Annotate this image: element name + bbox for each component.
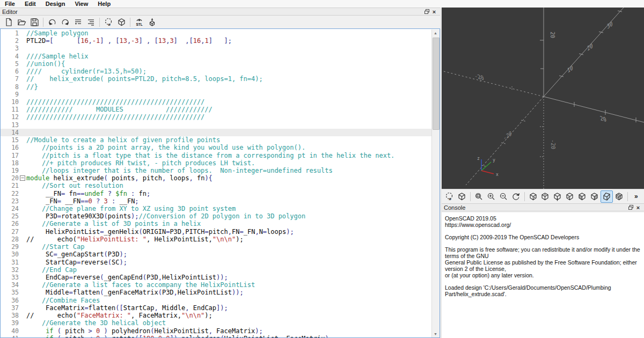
overflow-button[interactable]: » — [630, 190, 642, 203]
menu-item-edit[interactable]: Edit — [20, 1, 41, 7]
code-line[interactable]: 18 //+ pitch produces RH twist, - pitch … — [1, 159, 432, 167]
code-line[interactable]: 40 if ( pitch > 0 ) polyhedron(HelixPoin… — [1, 327, 432, 335]
code-line[interactable]: 25 P3D=rotate90X3D(points);//Conversion … — [1, 212, 432, 220]
code-line[interactable]: 22 __FN= fn==undef ? $fn : fn; — [1, 190, 432, 197]
code-line[interactable]: 33 EndCap=reverse(_genCapEnd(P3D,HelixPo… — [1, 274, 432, 281]
view-perspective-button[interactable] — [601, 190, 613, 203]
code-editor[interactable]: 1//Sample polygon2PTL2D=[ [16,-1] , [13,… — [0, 28, 440, 338]
close-icon: × — [433, 9, 436, 14]
view-front-button[interactable] — [576, 190, 588, 203]
export-stl-button[interactable]: STL — [133, 16, 145, 28]
code-line[interactable]: 20module helix_extrude( points, pitch, l… — [1, 174, 432, 182]
save-file-button[interactable] — [28, 16, 41, 28]
unindent-icon — [86, 18, 96, 27]
code-line[interactable]: 28// echo("HelixPointList: ", HelixPoint… — [1, 236, 432, 243]
print-3d-button[interactable] — [145, 16, 158, 28]
scrollbar-thumb[interactable] — [433, 38, 440, 130]
reset-view-button[interactable] — [510, 190, 522, 203]
code-line[interactable]: 31 StartCap=reverse(SC); — [1, 259, 432, 266]
code-line[interactable]: 30 SC=_genCapStart(P3D); — [1, 251, 432, 258]
code-line[interactable]: 3 — [1, 45, 432, 52]
code-line[interactable]: 9 — [1, 91, 432, 98]
scroll-up-icon[interactable]: ▲ — [432, 30, 439, 36]
code-line[interactable]: 4////Sample helix — [1, 53, 432, 60]
code-line[interactable]: 17 //pitch is a float type that is the d… — [1, 152, 432, 159]
code-line[interactable]: 21 //Sort out resolution — [1, 182, 432, 189]
fold-marker-icon[interactable] — [19, 174, 26, 182]
code-line[interactable]: 35 Middle=flatten(_genFaceMatrix(P3D,Hel… — [1, 289, 432, 296]
view-orthographic-button[interactable] — [613, 190, 625, 203]
view-front-icon — [577, 192, 587, 201]
viewport-3d[interactable]: 20 -20 10 20 30 -20 20 -20 z y x — [442, 8, 644, 189]
code-line[interactable]: 1//Sample polygon — [1, 30, 432, 37]
code-line[interactable]: 26 //Generate a list of 3D points in a h… — [1, 220, 432, 227]
open-file-button[interactable] — [15, 16, 28, 28]
code-area[interactable]: 1//Sample polygon2PTL2D=[ [16,-1] , [13,… — [1, 30, 432, 337]
view-perspective-icon — [602, 192, 611, 201]
fold-gutter — [19, 60, 26, 68]
code-line[interactable]: 32 //End Cap — [1, 266, 432, 274]
zoom-out-button[interactable] — [497, 190, 510, 203]
code-line[interactable]: 13 — [1, 121, 432, 129]
console-line — [445, 240, 641, 246]
view-right-button[interactable] — [527, 190, 539, 203]
console-float-button[interactable] — [627, 204, 634, 211]
code-line[interactable]: 34 //Generate a list faces to accompany … — [1, 281, 432, 289]
code-line[interactable]: 37 FaceMatrix=flatten([StartCap, Middle,… — [1, 304, 432, 312]
line-number: 15 — [1, 136, 19, 144]
menu-item-view[interactable]: View — [70, 1, 93, 7]
indent-button[interactable] — [71, 16, 84, 28]
editor-close-button[interactable]: × — [430, 9, 438, 15]
zoom-in-button[interactable] — [485, 190, 497, 203]
code-line[interactable]: 6//// cylinder(r=13.5,h=50); — [1, 68, 432, 75]
console-output[interactable]: OpenSCAD 2019.05https://www.openscad.org… — [442, 212, 644, 338]
code-line[interactable]: 24 //Change plane from XY to XZ using 3D… — [1, 205, 432, 212]
redo-button[interactable] — [58, 16, 71, 28]
code-line[interactable]: 27 HelixPointList=_genHelix(ORIGIN=P3D,P… — [1, 228, 432, 236]
code-line[interactable]: 11//////////// MODULES //////////// — [1, 106, 432, 113]
code-line[interactable]: 29 //Start Cap — [1, 243, 432, 251]
scroll-down-icon[interactable]: ▼ — [432, 330, 439, 337]
render-button[interactable] — [456, 190, 468, 203]
menu-item-design[interactable]: Design — [41, 1, 70, 7]
code-line[interactable]: 2PTL2D=[ [16,-1] , [13,-3] , [13,3] ,[16… — [1, 37, 432, 45]
undo-button[interactable] — [46, 16, 58, 28]
fold-gutter — [19, 129, 26, 136]
x-neg-label: -20 — [474, 72, 485, 82]
code-line[interactable]: 36 //Combine Faces — [1, 297, 432, 304]
unindent-button[interactable] — [84, 16, 97, 28]
preview-button[interactable]: » — [102, 16, 115, 28]
menu-item-help[interactable]: Help — [93, 1, 115, 7]
code-line[interactable]: 41 if ( pitch < 0 ) rotate([180,0,0]) po… — [1, 335, 432, 338]
view-top-button[interactable] — [539, 190, 551, 203]
view-left-button[interactable] — [564, 190, 576, 203]
editor-float-button[interactable] — [423, 9, 430, 15]
preview-button[interactable]: » — [443, 190, 456, 203]
menu-item-file[interactable]: File — [0, 1, 20, 7]
line-number: 35 — [1, 289, 19, 296]
code-line[interactable]: 7// helix_extrude( points=PTL2D, pitch=8… — [1, 75, 432, 83]
fold-gutter — [19, 45, 26, 52]
line-number: 6 — [1, 68, 19, 75]
code-line[interactable]: 5//union(){ — [1, 60, 432, 68]
view-right-icon — [529, 192, 538, 201]
render-button[interactable] — [115, 16, 128, 28]
code-line[interactable]: 12//////////////////////////////////////… — [1, 113, 432, 121]
view-back-button[interactable] — [588, 190, 601, 203]
new-file-button[interactable] — [2, 16, 15, 28]
view-bottom-button[interactable] — [551, 190, 564, 203]
code-line[interactable]: 14 — [1, 129, 432, 136]
fold-gutter — [19, 312, 26, 319]
zoom-all-button[interactable] — [473, 190, 485, 203]
code-line[interactable]: 16 //points is a 2D point array, the kin… — [1, 144, 432, 151]
editor-scrollbar[interactable]: ▲ ▼ — [431, 30, 440, 337]
code-line[interactable]: 23 _FN= __FN==0 ? 3 : __FN; — [1, 197, 432, 205]
code-line[interactable]: 15//Module to create a helix of given pr… — [1, 136, 432, 144]
code-line[interactable]: 38// echo("FaceMatrix: ", FaceMatrix,"\n… — [1, 312, 432, 319]
code-line[interactable]: 10//////////////////////////////////////… — [1, 98, 432, 106]
console-close-button[interactable]: × — [634, 204, 642, 211]
editor-panel: Editor × »STL 1//Sample polygon2PTL2D=[ … — [0, 8, 440, 338]
code-line[interactable]: 39 //Generate the 3D helical object — [1, 319, 432, 327]
code-line[interactable]: 19 //loops integer that is the number of… — [1, 167, 432, 174]
code-line[interactable]: 8//} — [1, 83, 432, 91]
